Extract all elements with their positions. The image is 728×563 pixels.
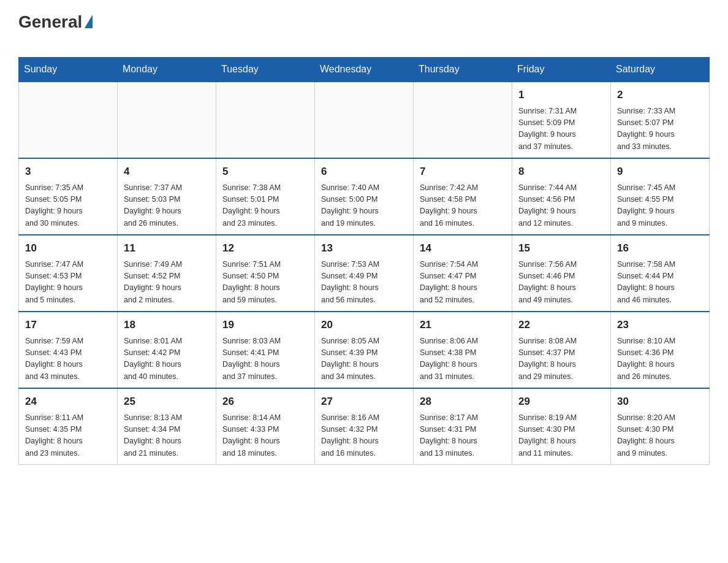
day-info: Sunrise: 8:16 AM Sunset: 4:32 PM Dayligh… [321, 412, 407, 460]
day-info: Sunrise: 8:20 AM Sunset: 4:30 PM Dayligh… [617, 412, 703, 460]
logo: General [18, 12, 93, 51]
weekday-header-tuesday: Tuesday [216, 58, 315, 82]
day-info: Sunrise: 8:06 AM Sunset: 4:38 PM Dayligh… [420, 335, 506, 383]
day-number: 12 [222, 240, 308, 256]
day-number: 30 [617, 394, 703, 410]
day-info: Sunrise: 7:58 AM Sunset: 4:44 PM Dayligh… [617, 259, 703, 307]
day-info: Sunrise: 7:35 AM Sunset: 5:05 PM Dayligh… [25, 182, 111, 230]
day-number: 28 [420, 394, 506, 410]
day-number: 27 [321, 394, 407, 410]
calendar-cell: 16Sunrise: 7:58 AM Sunset: 4:44 PM Dayli… [611, 235, 710, 312]
day-info: Sunrise: 7:31 AM Sunset: 5:09 PM Dayligh… [518, 105, 604, 153]
day-number: 7 [420, 164, 506, 180]
day-number: 17 [25, 317, 111, 333]
calendar-table: SundayMondayTuesdayWednesdayThursdayFrid… [18, 57, 710, 465]
calendar-cell: 30Sunrise: 8:20 AM Sunset: 4:30 PM Dayli… [611, 388, 710, 465]
calendar-cell: 20Sunrise: 8:05 AM Sunset: 4:39 PM Dayli… [315, 312, 414, 388]
weekday-header-friday: Friday [512, 58, 611, 82]
calendar-week-2: 3Sunrise: 7:35 AM Sunset: 5:05 PM Daylig… [19, 158, 710, 235]
calendar-cell: 9Sunrise: 7:45 AM Sunset: 4:55 PM Daylig… [611, 158, 710, 235]
calendar-week-5: 24Sunrise: 8:11 AM Sunset: 4:35 PM Dayli… [19, 388, 710, 465]
day-number: 26 [222, 394, 308, 410]
day-info: Sunrise: 7:47 AM Sunset: 4:53 PM Dayligh… [25, 259, 111, 307]
day-number: 15 [518, 240, 604, 256]
day-info: Sunrise: 8:05 AM Sunset: 4:39 PM Dayligh… [321, 335, 407, 383]
calendar-cell: 8Sunrise: 7:44 AM Sunset: 4:56 PM Daylig… [512, 158, 611, 235]
calendar-cell: 1Sunrise: 7:31 AM Sunset: 5:09 PM Daylig… [512, 82, 611, 158]
day-info: Sunrise: 8:08 AM Sunset: 4:37 PM Dayligh… [518, 335, 604, 383]
day-number: 13 [321, 240, 407, 256]
calendar-cell: 10Sunrise: 7:47 AM Sunset: 4:53 PM Dayli… [19, 235, 118, 312]
calendar-cell: 18Sunrise: 8:01 AM Sunset: 4:42 PM Dayli… [118, 312, 216, 388]
day-number: 16 [617, 240, 703, 256]
day-number: 24 [25, 394, 111, 410]
day-number: 29 [518, 394, 604, 410]
day-number: 20 [321, 317, 407, 333]
day-info: Sunrise: 8:13 AM Sunset: 4:34 PM Dayligh… [124, 412, 210, 460]
calendar-cell: 2Sunrise: 7:33 AM Sunset: 5:07 PM Daylig… [611, 82, 710, 158]
calendar-cell: 14Sunrise: 7:54 AM Sunset: 4:47 PM Dayli… [414, 235, 512, 312]
calendar-cell: 24Sunrise: 8:11 AM Sunset: 4:35 PM Dayli… [19, 388, 118, 465]
calendar-cell: 23Sunrise: 8:10 AM Sunset: 4:36 PM Dayli… [611, 312, 710, 388]
day-number: 9 [617, 164, 703, 180]
day-info: Sunrise: 8:11 AM Sunset: 4:35 PM Dayligh… [25, 412, 111, 460]
calendar-cell: 12Sunrise: 7:51 AM Sunset: 4:50 PM Dayli… [216, 235, 315, 312]
calendar-body: 1Sunrise: 7:31 AM Sunset: 5:09 PM Daylig… [19, 82, 710, 465]
day-info: Sunrise: 7:37 AM Sunset: 5:03 PM Dayligh… [124, 182, 210, 230]
weekday-header-sunday: Sunday [19, 58, 118, 82]
calendar-cell: 5Sunrise: 7:38 AM Sunset: 5:01 PM Daylig… [216, 158, 315, 235]
day-info: Sunrise: 7:56 AM Sunset: 4:46 PM Dayligh… [518, 259, 604, 307]
day-number: 21 [420, 317, 506, 333]
day-number: 18 [124, 317, 210, 333]
calendar-cell: 22Sunrise: 8:08 AM Sunset: 4:37 PM Dayli… [512, 312, 611, 388]
logo-triangle-icon [85, 15, 93, 28]
weekday-row: SundayMondayTuesdayWednesdayThursdayFrid… [19, 58, 710, 82]
calendar-cell: 17Sunrise: 7:59 AM Sunset: 4:43 PM Dayli… [19, 312, 118, 388]
day-number: 8 [518, 164, 604, 180]
day-info: Sunrise: 7:53 AM Sunset: 4:49 PM Dayligh… [321, 259, 407, 307]
calendar-cell: 11Sunrise: 7:49 AM Sunset: 4:52 PM Dayli… [118, 235, 216, 312]
calendar-cell: 21Sunrise: 8:06 AM Sunset: 4:38 PM Dayli… [414, 312, 512, 388]
calendar-cell: 7Sunrise: 7:42 AM Sunset: 4:58 PM Daylig… [414, 158, 512, 235]
day-number: 2 [617, 87, 703, 103]
day-info: Sunrise: 8:01 AM Sunset: 4:42 PM Dayligh… [124, 335, 210, 383]
day-info: Sunrise: 7:38 AM Sunset: 5:01 PM Dayligh… [222, 182, 308, 230]
day-info: Sunrise: 8:17 AM Sunset: 4:31 PM Dayligh… [420, 412, 506, 460]
day-number: 5 [222, 164, 308, 180]
calendar-cell: 13Sunrise: 7:53 AM Sunset: 4:49 PM Dayli… [315, 235, 414, 312]
calendar-cell: 6Sunrise: 7:40 AM Sunset: 5:00 PM Daylig… [315, 158, 414, 235]
day-info: Sunrise: 7:49 AM Sunset: 4:52 PM Dayligh… [124, 259, 210, 307]
calendar-cell: 25Sunrise: 8:13 AM Sunset: 4:34 PM Dayli… [118, 388, 216, 465]
weekday-header-monday: Monday [118, 58, 216, 82]
calendar-header: SundayMondayTuesdayWednesdayThursdayFrid… [19, 58, 710, 82]
day-info: Sunrise: 7:40 AM Sunset: 5:00 PM Dayligh… [321, 182, 407, 230]
logo-general-text: General [18, 12, 82, 32]
day-info: Sunrise: 8:19 AM Sunset: 4:30 PM Dayligh… [518, 412, 604, 460]
calendar-cell: 3Sunrise: 7:35 AM Sunset: 5:05 PM Daylig… [19, 158, 118, 235]
day-info: Sunrise: 7:59 AM Sunset: 4:43 PM Dayligh… [25, 335, 111, 383]
calendar-cell: 26Sunrise: 8:14 AM Sunset: 4:33 PM Dayli… [216, 388, 315, 465]
day-number: 3 [25, 164, 111, 180]
calendar-cell: 19Sunrise: 8:03 AM Sunset: 4:41 PM Dayli… [216, 312, 315, 388]
day-number: 4 [124, 164, 210, 180]
calendar-cell: 4Sunrise: 7:37 AM Sunset: 5:03 PM Daylig… [118, 158, 216, 235]
calendar-week-3: 10Sunrise: 7:47 AM Sunset: 4:53 PM Dayli… [19, 235, 710, 312]
weekday-header-wednesday: Wednesday [315, 58, 414, 82]
day-number: 22 [518, 317, 604, 333]
calendar-cell [216, 82, 315, 158]
day-info: Sunrise: 8:10 AM Sunset: 4:36 PM Dayligh… [617, 335, 703, 383]
day-info: Sunrise: 7:51 AM Sunset: 4:50 PM Dayligh… [222, 259, 308, 307]
day-info: Sunrise: 7:54 AM Sunset: 4:47 PM Dayligh… [420, 259, 506, 307]
calendar-cell [414, 82, 512, 158]
day-number: 11 [124, 240, 210, 256]
calendar-cell [315, 82, 414, 158]
calendar-week-4: 17Sunrise: 7:59 AM Sunset: 4:43 PM Dayli… [19, 312, 710, 388]
day-info: Sunrise: 8:14 AM Sunset: 4:33 PM Dayligh… [222, 412, 308, 460]
day-info: Sunrise: 8:03 AM Sunset: 4:41 PM Dayligh… [222, 335, 308, 383]
day-number: 10 [25, 240, 111, 256]
day-info: Sunrise: 7:33 AM Sunset: 5:07 PM Dayligh… [617, 105, 703, 153]
day-number: 14 [420, 240, 506, 256]
page-header: General [18, 12, 710, 51]
weekday-header-thursday: Thursday [414, 58, 512, 82]
calendar-cell [19, 82, 118, 158]
